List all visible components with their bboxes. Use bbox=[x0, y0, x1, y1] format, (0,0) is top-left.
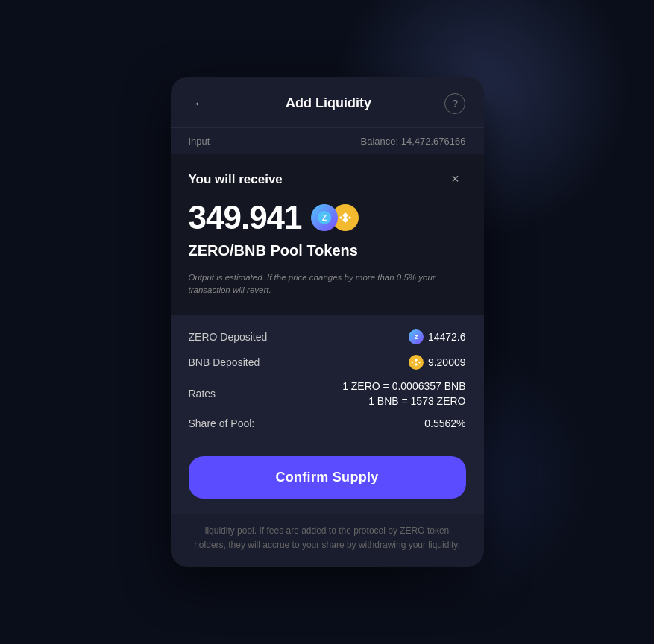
token-icons: Z bbox=[311, 204, 359, 231]
share-pool-row: Share of Pool: 0.5562% bbox=[189, 417, 466, 429]
disclaimer-text: Output is estimated. If the price change… bbox=[189, 271, 466, 297]
zero-deposited-value-group: Z 14472.6 bbox=[409, 329, 466, 344]
close-button[interactable]: × bbox=[445, 169, 466, 190]
receive-title: You will receive bbox=[189, 172, 283, 187]
bnb-deposited-value: 9.20009 bbox=[428, 356, 466, 368]
details-section: ZERO Deposited Z 14472.6 BNB Deposited bbox=[171, 315, 484, 444]
rates-group: 1 ZERO = 0.0006357 BNB 1 BNB = 1573 ZERO bbox=[342, 380, 465, 407]
input-row: Input Balance: 14,472.676166 bbox=[171, 128, 484, 154]
zero-deposited-row: ZERO Deposited Z 14472.6 bbox=[189, 329, 466, 344]
svg-marker-9 bbox=[411, 362, 413, 364]
bnb-deposited-label: BNB Deposited bbox=[189, 356, 260, 368]
modal-wrapper: ← Add Liquidity ? Input Balance: 14,472.… bbox=[171, 77, 484, 568]
svg-text:Z: Z bbox=[322, 214, 327, 222]
receive-section: You will receive × 349.941 Z bbox=[171, 154, 484, 315]
balance-label: Balance: 14,472.676166 bbox=[361, 136, 466, 147]
share-pool-value: 0.5562% bbox=[424, 417, 465, 429]
bnb-deposited-row: BNB Deposited 9.20009 bbox=[189, 355, 466, 370]
zero-deposited-label: ZERO Deposited bbox=[189, 331, 268, 343]
modal-title: Add Liquidity bbox=[286, 95, 371, 111]
rates-label: Rates bbox=[189, 388, 216, 400]
bnb-deposited-value-group: 9.20009 bbox=[409, 355, 466, 370]
modal-header: ← Add Liquidity ? bbox=[171, 77, 484, 128]
rate2-value: 1 BNB = 1573 ZERO bbox=[368, 395, 465, 407]
svg-marker-5 bbox=[348, 216, 351, 219]
svg-marker-4 bbox=[339, 216, 342, 219]
zero-token-icon: Z bbox=[311, 204, 338, 231]
amount-row: 349.941 Z bbox=[189, 199, 466, 236]
svg-marker-7 bbox=[415, 359, 418, 362]
zero-small-icon: Z bbox=[409, 329, 424, 344]
svg-marker-3 bbox=[342, 217, 348, 223]
receive-amount: 349.941 bbox=[189, 199, 302, 236]
footer-section: liquidity pool. If fees are added to the… bbox=[171, 514, 484, 567]
rates-row: Rates 1 ZERO = 0.0006357 BNB 1 BNB = 157… bbox=[189, 380, 466, 407]
share-pool-label: Share of Pool: bbox=[189, 417, 255, 429]
svg-marker-10 bbox=[418, 362, 421, 364]
confirm-section: Confirm Supply bbox=[171, 444, 484, 514]
back-button[interactable]: ← bbox=[189, 92, 213, 116]
pool-token-name: ZERO/BNB Pool Tokens bbox=[189, 242, 466, 259]
bnb-small-icon bbox=[409, 355, 424, 370]
svg-marker-8 bbox=[415, 363, 418, 366]
confirm-supply-button[interactable]: Confirm Supply bbox=[189, 456, 466, 499]
zero-deposited-value: 14472.6 bbox=[428, 331, 466, 343]
svg-text:Z: Z bbox=[414, 334, 418, 341]
footer-text: liquidity pool. If fees are added to the… bbox=[189, 524, 466, 552]
rate1-value: 1 ZERO = 0.0006357 BNB bbox=[342, 380, 465, 392]
input-label: Input bbox=[189, 136, 210, 147]
modal: ← Add Liquidity ? Input Balance: 14,472.… bbox=[171, 77, 484, 568]
help-button[interactable]: ? bbox=[444, 93, 465, 114]
receive-header: You will receive × bbox=[189, 169, 466, 190]
